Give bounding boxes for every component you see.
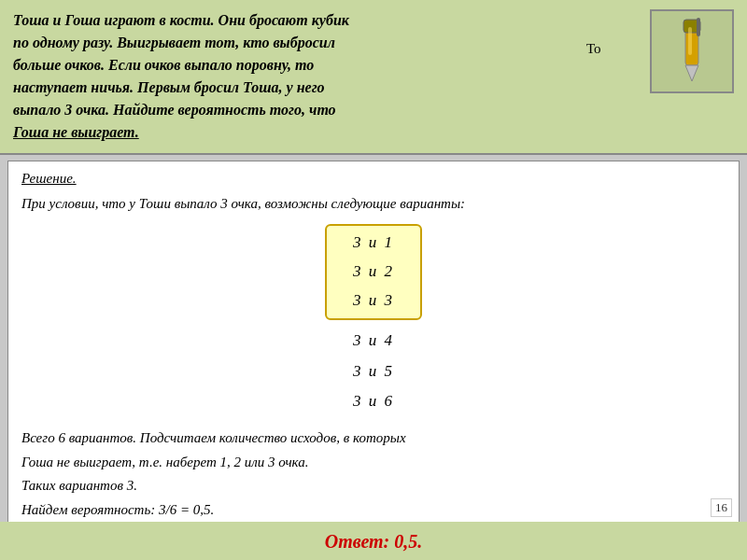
solution-title: Решение. [21, 171, 726, 187]
outcomes-container: 3 и 1 3 и 2 3 и 3 3 и 4 3 и 5 3 и 6 [21, 224, 726, 415]
outcomes-inner: 3 и 1 3 и 2 3 и 3 3 и 4 3 и 5 3 и 6 [325, 224, 422, 415]
problem-line5: выпало 3 очка. Найдите вероятность того,… [13, 102, 336, 118]
pen-icon [650, 9, 734, 93]
problem-line2: по одному разу. Выигрывает тот, кто выбр… [13, 35, 335, 50]
outcome-row-5: 3 и 5 [327, 358, 420, 385]
solution-intro: При условии, что у Тоши выпало 3 очка, в… [21, 192, 726, 215]
outcome-row-6: 3 и 6 [327, 388, 420, 415]
solution-section: Решение. При условии, что у Тоши выпало … [7, 161, 740, 536]
page-number: 16 [711, 498, 732, 517]
problem-line1: Тоша и Гоша играют в кости. Они бросают … [13, 12, 349, 28]
svg-rect-4 [688, 27, 692, 55]
answer-text: Ответ: 0,5. [325, 531, 423, 552]
summary-text: Всего 6 вариантов. Подсчитаем количество… [21, 427, 726, 522]
outcome-row-2: 3 и 2 [353, 259, 394, 286]
answer-section: Ответ: 0,5. [0, 522, 747, 560]
problem-text: Тоша и Гоша играют в кости. Они бросают … [13, 9, 641, 144]
problem-line3: больше очков. Если очков выпало поровну,… [13, 57, 314, 73]
problem-section: Тоша и Гоша играют в кости. Они бросают … [0, 0, 747, 155]
svg-marker-2 [685, 65, 698, 81]
svg-rect-3 [697, 18, 700, 36]
summary-line2: Гоша не выиграет, т.е. наберет 1, 2 или … [21, 455, 308, 469]
summary-line3: Таких вариантов 3. [21, 478, 137, 493]
outcome-row-3: 3 и 3 [353, 287, 394, 315]
to-label: To [586, 41, 601, 57]
highlighted-outcomes-box: 3 и 1 3 и 2 3 и 3 [325, 224, 422, 320]
problem-highlight: Гоша не выиграет. [13, 124, 139, 140]
summary-line1: Всего 6 вариантов. Подсчитаем количество… [21, 430, 406, 445]
outcome-row-1: 3 и 1 [353, 230, 394, 257]
summary-line4: Найдем вероятность: 3/6 = 0,5. [21, 502, 214, 517]
problem-line4: наступает ничья. Первым бросил Тоша, у н… [13, 79, 325, 95]
outcome-row-4: 3 и 4 [327, 328, 420, 355]
